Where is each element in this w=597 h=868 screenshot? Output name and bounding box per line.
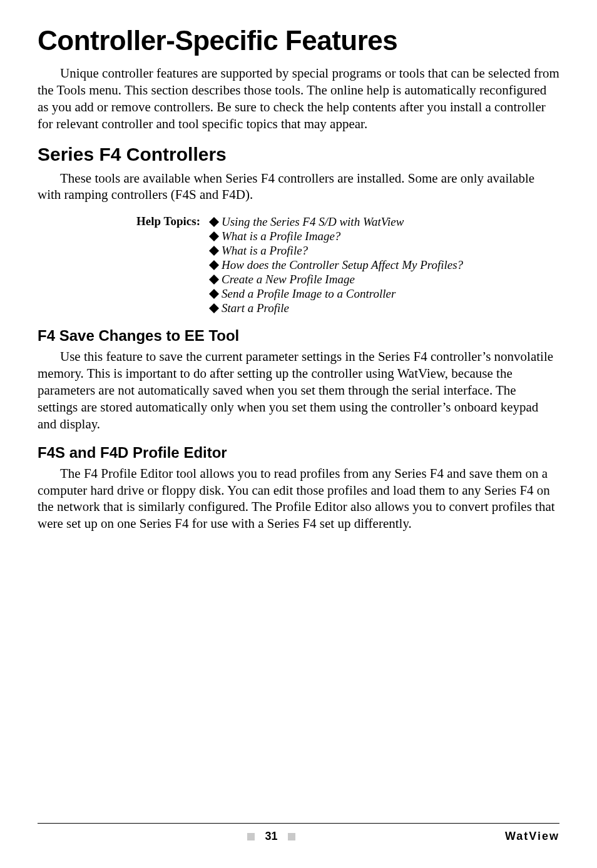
intro-paragraph: Unique controller features are supported… xyxy=(38,65,559,133)
section1-paragraph: These tools are available when Series F4… xyxy=(38,170,559,204)
help-topics-list: Using the Series F4 S/D with WatView Wha… xyxy=(209,214,559,316)
diamond-bullet-icon xyxy=(209,231,219,241)
svg-marker-7 xyxy=(209,303,219,313)
svg-marker-5 xyxy=(209,275,219,285)
diamond-bullet-icon xyxy=(209,217,219,227)
section-heading-profile-editor: F4S and F4D Profile Editor xyxy=(38,444,559,462)
help-topic-text: What is a Profile Image? xyxy=(222,230,340,243)
page-title: Controller-Specific Features xyxy=(38,25,559,56)
help-topic-text: How does the Controller Setup Affect My … xyxy=(222,258,463,272)
help-topic-item: Create a New Profile Image xyxy=(209,273,559,286)
footer-center: 31 xyxy=(247,830,295,843)
square-icon xyxy=(288,833,295,840)
help-topic-item: What is a Profile Image? xyxy=(209,230,559,243)
help-topics-label: Help Topics: xyxy=(38,214,209,316)
help-topic-item: What is a Profile? xyxy=(209,244,559,258)
page-footer: 31 WatView xyxy=(38,823,559,843)
footer-row: 31 WatView xyxy=(38,830,559,843)
svg-marker-4 xyxy=(209,260,219,270)
diamond-bullet-icon xyxy=(209,260,219,270)
footer-brand: WatView xyxy=(505,830,559,843)
section-heading-series-f4: Series F4 Controllers xyxy=(38,144,559,165)
svg-marker-6 xyxy=(209,289,219,299)
diamond-bullet-icon xyxy=(209,289,219,299)
diamond-bullet-icon xyxy=(209,275,219,285)
help-topic-item: How does the Controller Setup Affect My … xyxy=(209,258,559,272)
diamond-bullet-icon xyxy=(209,303,219,313)
help-topics-block: Help Topics: Using the Series F4 S/D wit… xyxy=(38,214,559,316)
help-topic-text: What is a Profile? xyxy=(222,244,308,258)
help-topic-text: Send a Profile Image to a Controller xyxy=(222,287,395,301)
document-page: Controller-Specific Features Unique cont… xyxy=(0,0,597,868)
footer-divider xyxy=(38,823,559,824)
page-number: 31 xyxy=(265,830,277,843)
square-icon xyxy=(247,833,255,840)
svg-marker-2 xyxy=(209,231,219,241)
section2-paragraph: Use this feature to save the current par… xyxy=(38,348,559,432)
section-heading-ee-tool: F4 Save Changes to EE Tool xyxy=(38,327,559,345)
help-topic-item: Using the Series F4 S/D with WatView xyxy=(209,215,559,229)
help-topic-text: Create a New Profile Image xyxy=(222,273,355,286)
help-topic-text: Start a Profile xyxy=(222,301,289,315)
help-topic-item: Send a Profile Image to a Controller xyxy=(209,287,559,301)
help-topic-item: Start a Profile xyxy=(209,301,559,315)
help-topic-text: Using the Series F4 S/D with WatView xyxy=(222,215,404,229)
diamond-bullet-icon xyxy=(209,246,219,256)
section3-paragraph: The F4 Profile Editor tool allows you to… xyxy=(38,465,559,533)
svg-marker-3 xyxy=(209,246,219,256)
